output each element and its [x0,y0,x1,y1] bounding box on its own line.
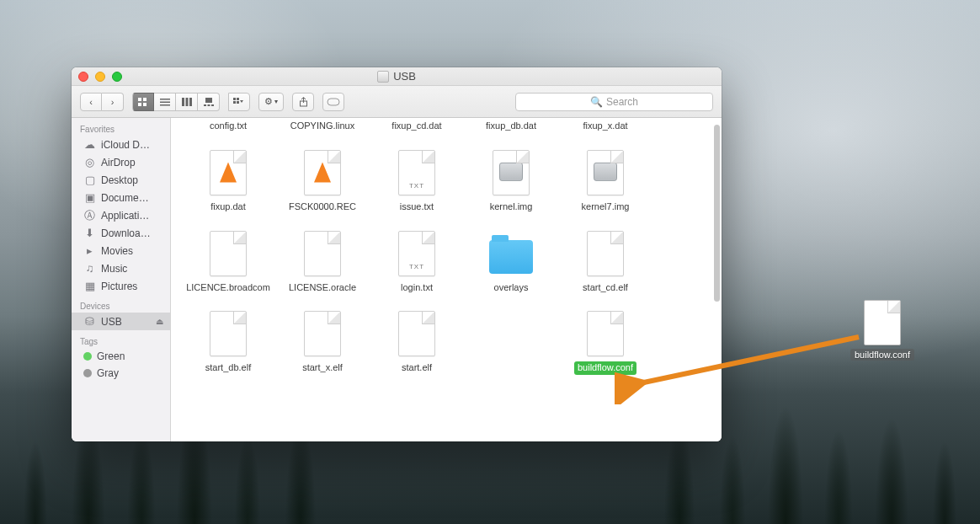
svg-rect-0 [138,98,141,101]
folder-icon [489,240,533,274]
svg-rect-19 [328,99,339,105]
file-name: COPYING.linux [287,120,358,133]
file-thumb [298,148,347,197]
file-item[interactable]: start_cd.elf [558,229,652,295]
file-thumb [298,309,347,358]
back-button[interactable]: ‹ [80,93,102,111]
svg-rect-13 [211,104,214,106]
file-item[interactable]: LICENSE.oracle [275,229,370,295]
file-item[interactable]: TXTlogin.txt [370,229,464,295]
file-item[interactable]: overlays [464,229,558,295]
arrange-button[interactable] [228,93,250,111]
gallery-view-button[interactable] [198,93,220,111]
file-name: config.txt [206,120,250,133]
icon-view-button[interactable] [132,93,154,111]
file-thumb [581,148,630,197]
file-icon [493,150,530,195]
sidebar-item-downloa[interactable]: ⬇Downloa… [72,224,170,242]
file-name: buildflow.conf [574,361,636,375]
share-button[interactable] [292,93,314,111]
folder-icon: ▣ [83,191,96,204]
sidebar-item-desktop[interactable]: ▢Desktop [72,171,170,189]
file-name: fixup_db.dat [482,120,540,133]
file-thumb [392,309,441,358]
file-name: overlays [491,281,532,295]
window-title: USB [377,70,416,83]
file-icon: TXT [398,150,435,195]
file-item[interactable]: fixup_x.dat [558,120,652,133]
sidebar-item-icloudd[interactable]: ☁iCloud D… [72,136,170,153]
list-view-button[interactable] [154,93,176,111]
sidebar-item-label: USB [101,316,122,328]
file-item[interactable]: config.txt [181,120,275,133]
traffic-lights [78,72,122,82]
tag-dot-icon [83,369,92,377]
file-item[interactable]: COPYING.linux [275,120,370,133]
svg-rect-6 [160,104,170,106]
file-name: start_cd.elf [579,281,631,295]
file-item[interactable]: FSCK0000.REC [275,148,370,214]
sidebar-item-music[interactable]: ♫Music [72,259,170,277]
desktop-file[interactable]: buildflow.conf [844,300,921,361]
sidebar-item-airdrop[interactable]: ◎AirDrop [72,153,170,171]
sidebar-item-label: AirDrop [101,157,136,168]
svg-rect-2 [138,103,141,106]
ext-badge: TXT [399,263,434,270]
file-item[interactable]: start.elf [370,309,464,375]
file-item[interactable]: LICENCE.broadcom [181,229,275,295]
file-item[interactable]: kernel.img [464,148,558,214]
sidebar-item-gray[interactable]: Gray [72,365,170,382]
ext-badge: TXT [399,182,434,190]
edit-tags-button[interactable] [322,93,344,111]
file-item[interactable]: buildflow.conf [558,309,652,375]
file-item[interactable]: fixup_db.dat [464,120,558,133]
column-view-button[interactable] [176,93,198,111]
svg-rect-7 [182,98,184,106]
file-icon [210,150,247,195]
sidebar-item-pictures[interactable]: ▦Pictures [72,277,170,295]
svg-rect-1 [143,98,146,101]
svg-rect-5 [160,101,170,103]
file-item[interactable]: fixup_cd.dat [370,120,464,133]
list-icon [160,98,170,106]
file-icon [587,311,624,356]
sidebar-item-usb[interactable]: ⛁USB⏏ [72,313,170,330]
close-button[interactable] [78,72,88,82]
forward-button[interactable]: › [102,93,124,111]
file-thumb [487,229,535,278]
file-thumb: TXT [392,229,441,278]
file-item[interactable]: TXTissue.txt [370,148,464,214]
file-icon [587,231,624,276]
gallery-icon [204,98,214,106]
titlebar[interactable]: USB [72,67,722,86]
svg-rect-3 [143,103,146,106]
sidebar-item-applicati[interactable]: ⒶApplicati… [72,206,170,224]
disk-icon [377,71,389,83]
disk-icon: ⛁ [83,315,96,328]
eject-icon[interactable]: ⏏ [156,317,163,326]
search-field[interactable]: 🔍 Search [515,93,713,111]
app-icon: Ⓐ [83,209,96,222]
file-item[interactable]: kernel7.img [558,148,652,214]
svg-rect-12 [207,104,210,106]
svg-rect-11 [204,104,206,106]
file-item[interactable]: start_db.elf [181,309,275,375]
svg-rect-15 [237,98,239,100]
file-icon: TXT [398,231,435,276]
sidebar-section-header: Tags [72,330,170,348]
sidebar-item-green[interactable]: Green [72,348,170,365]
scrollbar[interactable] [714,125,720,302]
file-item[interactable]: start_x.elf [275,309,370,375]
sidebar-section-header: Favorites [72,118,170,136]
file-item[interactable]: fixup.dat [181,148,275,214]
airdrop-icon: ◎ [83,156,96,168]
action-button[interactable]: ⚙▾ [258,93,284,111]
file-area[interactable]: config.txtCOPYING.linuxfixup_cd.datfixup… [171,118,722,441]
zoom-button[interactable] [112,72,122,82]
nav-buttons: ‹ › [80,93,124,111]
music-icon: ♫ [83,262,96,275]
sidebar-item-movies[interactable]: ▸Movies [72,242,170,259]
minimize-button[interactable] [95,72,105,82]
file-thumb [298,229,347,278]
sidebar-item-docume[interactable]: ▣Docume… [72,189,170,206]
